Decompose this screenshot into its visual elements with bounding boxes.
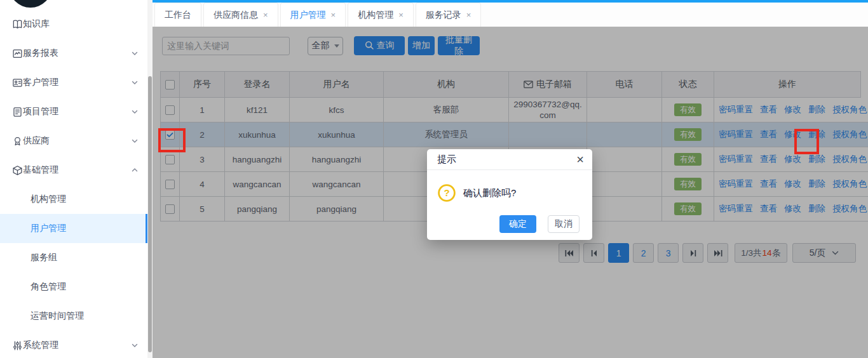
chevron-up-icon	[131, 166, 139, 174]
sidebar-item-label: 项目管理	[23, 106, 131, 117]
sidebar-item-user-mgmt[interactable]: 用户管理	[0, 214, 147, 243]
sidebar-item-org-mgmt[interactable]: 机构管理	[0, 185, 147, 214]
sidebar-item-customer-mgmt[interactable]: 客户管理	[0, 68, 147, 97]
dialog-header: 提示	[427, 149, 592, 170]
tab-label: 供应商信息	[214, 10, 258, 21]
tab-supplier-info[interactable]: 供应商信息×	[203, 3, 278, 27]
sidebar-item-system-mgmt[interactable]: 系统管理	[0, 331, 147, 358]
sidebar-item-label: 用户管理	[31, 223, 137, 234]
tab-workbench[interactable]: 工作台	[154, 3, 201, 27]
chevron-down-icon	[131, 108, 139, 116]
sidebar-item-label: 运营时间管理	[31, 310, 139, 322]
report-icon	[12, 48, 23, 59]
book-icon	[12, 19, 23, 30]
base-icon	[12, 165, 23, 176]
sidebar-item-service-report[interactable]: 服务报表	[0, 39, 147, 68]
sidebar: 知识库服务报表客户管理项目管理供应商基础管理机构管理用户管理服务组角色管理运营时…	[0, 0, 147, 358]
app-window: 知识库服务报表客户管理项目管理供应商基础管理机构管理用户管理服务组角色管理运营时…	[0, 0, 868, 358]
svg-text:?: ?	[444, 187, 449, 198]
dialog-body: ? 确认删除吗?	[427, 170, 592, 202]
sidebar-item-label: 服务报表	[23, 48, 131, 59]
sidebar-item-service-group[interactable]: 服务组	[0, 243, 147, 272]
logo-avatar	[9, 0, 52, 8]
customer-icon	[12, 77, 23, 88]
sidebar-item-label: 角色管理	[31, 281, 139, 293]
project-icon	[12, 107, 23, 117]
dialog-message: 确认删除吗?	[463, 187, 516, 199]
dialog-footer: 确定 取消	[499, 215, 580, 233]
annotation-box-delete	[794, 129, 819, 154]
sidebar-scrollbar[interactable]	[147, 0, 153, 358]
supplier-icon	[12, 136, 23, 147]
sidebar-item-label: 知识库	[23, 18, 139, 30]
tab-close-icon[interactable]: ×	[466, 11, 471, 19]
tab-user-mgmt[interactable]: 用户管理×	[280, 3, 346, 27]
tab-service-record[interactable]: 服务记录×	[416, 3, 482, 27]
sidebar-item-label: 供应商	[23, 135, 131, 147]
question-icon: ?	[437, 183, 456, 202]
sidebar-item-base-mgmt[interactable]: 基础管理	[0, 156, 147, 185]
dialog-title: 提示	[437, 154, 456, 166]
scrollbar-thumb[interactable]	[148, 76, 152, 352]
sidebar-item-knowledge-base[interactable]: 知识库	[0, 10, 147, 39]
cancel-button[interactable]: 取消	[548, 215, 580, 233]
chevron-down-icon	[131, 137, 139, 145]
tab-close-icon[interactable]: ×	[331, 11, 336, 19]
chevron-down-icon	[131, 50, 139, 57]
tab-label: 机构管理	[358, 10, 393, 21]
tab-label: 服务记录	[426, 10, 461, 21]
tab-close-icon[interactable]: ×	[398, 11, 403, 19]
system-icon	[12, 340, 23, 351]
tab-label: 工作台	[165, 10, 191, 21]
confirm-button[interactable]: 确定	[499, 215, 536, 233]
sidebar-item-label: 系统管理	[23, 340, 131, 351]
tab-label: 用户管理	[290, 10, 326, 21]
sidebar-item-project-mgmt[interactable]: 项目管理	[0, 97, 147, 126]
confirm-delete-dialog: 提示 × ? 确认删除吗? 确定 取消	[427, 149, 592, 240]
sidebar-item-operation-time-mgmt[interactable]: 运营时间管理	[0, 302, 147, 331]
sidebar-item-label: 服务组	[31, 252, 139, 263]
annotation-box-checkbox	[158, 128, 186, 152]
tab-bar: 工作台供应商信息×用户管理×机构管理×服务记录×	[153, 3, 868, 27]
sidebar-item-label: 基础管理	[23, 164, 131, 176]
sidebar-item-supplier[interactable]: 供应商	[0, 126, 147, 156]
tab-close-icon[interactable]: ×	[263, 11, 268, 19]
close-icon[interactable]: ×	[576, 152, 584, 167]
sidebar-item-label: 客户管理	[23, 77, 131, 88]
sidebar-item-label: 机构管理	[31, 194, 139, 205]
chevron-down-icon	[131, 79, 139, 86]
tab-org-mgmt[interactable]: 机构管理×	[348, 3, 414, 27]
sidebar-item-role-mgmt[interactable]: 角色管理	[0, 272, 147, 302]
sidebar-menu: 知识库服务报表客户管理项目管理供应商基础管理机构管理用户管理服务组角色管理运营时…	[0, 10, 147, 358]
chevron-down-icon	[131, 341, 139, 349]
